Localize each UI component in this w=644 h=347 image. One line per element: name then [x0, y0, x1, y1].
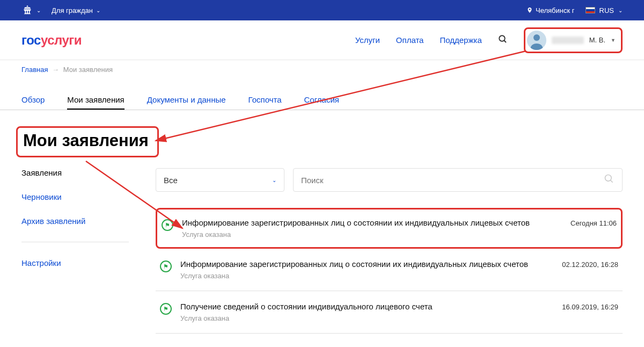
chevron-down-icon: ⌄	[272, 177, 276, 183]
flag-status-icon: ⚑	[160, 261, 172, 272]
page-title: Мои заявления	[23, 131, 149, 150]
chevron-down-icon: ⌄	[96, 8, 100, 13]
citizens-label: Для граждан	[52, 6, 93, 15]
item-date: 02.12.2020, 16:28	[562, 261, 618, 269]
tab-mail[interactable]: Госпочта	[248, 95, 282, 110]
user-menu[interactable]: М. В. ▼	[524, 27, 623, 53]
list-item[interactable]: ⚑ Информирование зарегистрированных лиц …	[156, 249, 623, 291]
search-button[interactable]	[498, 34, 508, 46]
tab-applications[interactable]: Мои заявления	[67, 95, 124, 110]
filter-selected-label: Все	[164, 176, 178, 185]
citizens-dropdown[interactable]: Для граждан ⌄	[52, 6, 100, 15]
tab-overview[interactable]: Обзор	[21, 95, 45, 110]
svg-line-5	[611, 180, 613, 183]
caret-down-icon: ▼	[611, 38, 616, 43]
sidebar-item-archive[interactable]: Архив заявлений	[21, 216, 129, 226]
pin-icon	[526, 6, 533, 14]
tabs: Обзор Мои заявления Документы и данные Г…	[0, 79, 644, 110]
item-title: Информирование зарегистрированных лиц о …	[182, 218, 562, 227]
user-initials: М. В.	[589, 36, 605, 44]
filter-select[interactable]: Все ⌄	[156, 168, 284, 192]
list-item[interactable]: ⚑ Получение сведений о состоянии индивид…	[156, 291, 623, 334]
emblem-dropdown[interactable]: ⌄	[21, 4, 41, 16]
breadcrumb-home[interactable]: Главная	[21, 66, 48, 74]
arrow-icon: →	[52, 66, 59, 74]
location-selector[interactable]: Челябинск г	[526, 6, 575, 15]
item-title: Получение сведений о состоянии индивидуа…	[180, 302, 553, 311]
avatar	[527, 31, 546, 50]
sidebar-item-apps[interactable]: Заявления	[21, 168, 129, 177]
sidebar-item-settings[interactable]: Настройки	[21, 258, 129, 268]
search-icon	[498, 34, 508, 44]
header: госуслуги Услуги Оплата Поддержка М. В. …	[0, 20, 644, 60]
item-date: 16.09.2019, 16:29	[562, 303, 618, 311]
chevron-down-icon: ⌄	[36, 8, 41, 13]
search-input[interactable]	[301, 176, 604, 185]
nav-payment[interactable]: Оплата	[396, 35, 424, 45]
nav-services[interactable]: Услуги	[355, 35, 380, 45]
flag-status-icon: ⚑	[162, 219, 173, 231]
svg-line-1	[504, 40, 506, 42]
svg-point-0	[499, 35, 505, 41]
tab-documents[interactable]: Документы и данные	[147, 95, 226, 110]
page-title-highlight: Мои заявления	[16, 126, 159, 157]
svg-point-4	[605, 175, 612, 182]
sidebar-item-drafts[interactable]: Черновики	[21, 192, 129, 201]
lang-label: RUS	[599, 6, 614, 15]
main-content: Все ⌄ ⚑ Информирование зарегистрированны…	[156, 168, 623, 334]
sidebar: Заявления Черновики Архив заявлений Наст…	[21, 168, 129, 334]
emblem-icon	[21, 4, 33, 16]
item-status: Услуга оказана	[182, 230, 562, 238]
tab-consent[interactable]: Согласия	[304, 95, 339, 110]
chevron-down-icon: ⌄	[618, 8, 623, 13]
breadcrumb-current: Мои заявления	[63, 66, 113, 74]
nav-support[interactable]: Поддержка	[440, 35, 481, 45]
item-status: Услуга оказана	[180, 314, 553, 322]
language-selector[interactable]: RUS ⌄	[586, 6, 623, 15]
list-item[interactable]: ⚑ Информирование зарегистрированных лиц …	[156, 208, 623, 249]
breadcrumb: Главная → Мои заявления	[0, 60, 644, 79]
item-title: Информирование зарегистрированных лиц о …	[180, 259, 553, 269]
search-icon	[604, 174, 614, 186]
item-status: Услуга оказана	[180, 272, 553, 280]
flag-status-icon: ⚑	[160, 303, 172, 315]
item-date: Сегодня 11:06	[570, 219, 617, 227]
city-label: Челябинск г	[536, 6, 575, 15]
search-field[interactable]	[293, 168, 623, 192]
flag-icon	[586, 7, 595, 13]
logo[interactable]: госуслуги	[21, 33, 82, 48]
topbar: ⌄ Для граждан ⌄ Челябинск г RUS ⌄	[0, 0, 644, 20]
divider	[21, 242, 129, 242]
user-name-blurred	[552, 37, 584, 44]
svg-point-3	[533, 34, 540, 41]
